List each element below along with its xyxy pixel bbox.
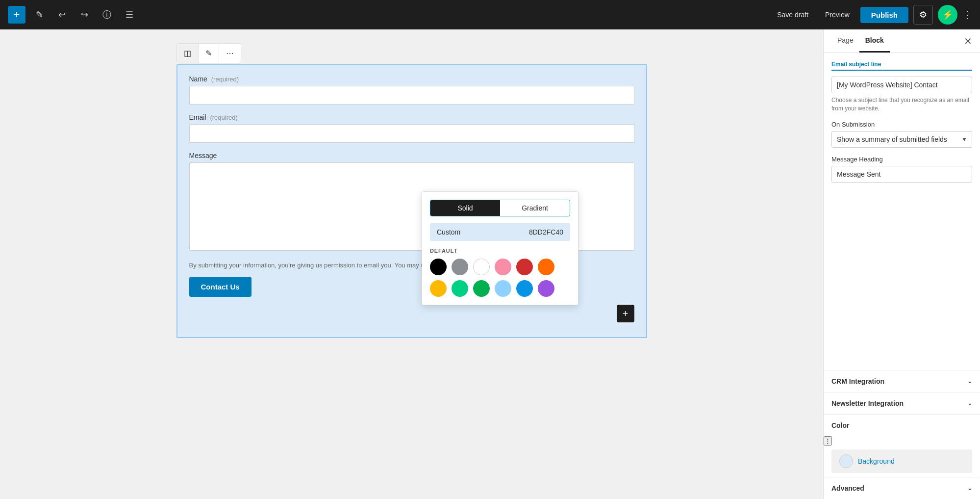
publish-button[interactable]: Publish [860,7,908,23]
swatch-black[interactable] [430,259,447,275]
email-subject-input[interactable] [831,77,972,93]
custom-color-label: Custom [437,228,460,236]
swatch-green[interactable] [473,280,490,297]
on-submission-field: On Submission Show a summary of submitte… [831,121,972,148]
more-options-button[interactable]: ⋮ [962,9,972,21]
color-section: Color ⋮ Background [824,414,980,477]
on-submission-select[interactable]: Show a summary of submitted fieldsRedire… [831,131,972,148]
color-picker-tabs: Solid Gradient [430,200,570,216]
swatch-pink[interactable] [495,259,511,275]
swatch-light-blue[interactable] [495,280,511,297]
swatch-gray[interactable] [452,259,468,275]
message-heading-field: Message Heading [831,156,972,183]
list-view-icon[interactable]: ☰ [121,6,138,24]
swatch-blue[interactable] [516,280,533,297]
undo-icon[interactable]: ↩ [53,6,71,24]
settings-button[interactable]: ⚙ [913,5,933,25]
email-input[interactable] [189,124,634,143]
advanced-chevron-icon: ⌄ [967,485,972,492]
block-more-button[interactable]: ⋯ [219,44,241,63]
swatch-white[interactable] [473,259,490,275]
add-block-button[interactable]: + [8,6,25,24]
color-header[interactable]: Color [824,415,980,436]
name-field: Name (required) [189,75,634,105]
message-label: Message [189,152,634,159]
default-swatches-label: DEFAULT [430,248,570,254]
swatch-yellow[interactable] [430,280,447,297]
tab-block[interactable]: Block [859,29,890,53]
color-picker-popup: Solid Gradient Custom 8DD2FC40 DEFAULT [422,191,578,305]
email-subject-hint: Choose a subject line that you recognize… [831,96,972,113]
info-icon[interactable]: ⓘ [98,6,116,24]
crm-integration-section: CRM Integration ⌄ [824,370,980,392]
name-input[interactable] [189,86,634,105]
color-more-button[interactable]: ⋮ [824,436,832,446]
gradient-tab[interactable]: Gradient [500,200,570,216]
solid-tab[interactable]: Solid [430,200,500,216]
crm-chevron-icon: ⌄ [967,378,972,385]
right-panel: Page Block ✕ Email subject line Choose a… [823,29,980,499]
form-bottom-bar: + [189,305,634,322]
newsletter-integration-section: Newsletter Integration ⌄ [824,392,980,414]
main-layout: ◫ ✎ ⋯ Name (required) Em [0,29,980,499]
block-grid-button[interactable]: ◫ [177,44,199,63]
panel-tabs: Page Block ✕ [824,29,980,53]
newsletter-integration-header[interactable]: Newsletter Integration ⌄ [824,393,980,414]
block-toolbar-wrapper: ◫ ✎ ⋯ [176,43,647,63]
background-swatch [839,454,853,468]
panel-close-button[interactable]: ✕ [964,35,972,47]
toolbar-right: Save draft Preview Publish ⚙ ⚡ ⋮ [771,5,972,25]
edit-pen-icon[interactable]: ✎ [30,6,48,24]
swatch-light-green[interactable] [452,280,468,297]
email-required: (required) [210,114,237,121]
email-subject-field: Choose a subject line that you recognize… [831,77,972,113]
background-label: Background [858,457,895,465]
email-label: Email (required) [189,113,634,121]
swatch-orange[interactable] [538,259,554,275]
custom-color-value: 8DD2FC40 [529,228,563,236]
custom-color-row[interactable]: Custom 8DD2FC40 [430,223,570,241]
toolbar-left: + ✎ ↩ ↪ ⓘ ☰ [8,6,138,24]
add-block-bottom-button[interactable]: + [617,305,634,322]
swatch-red[interactable] [516,259,533,275]
email-field: Email (required) [189,113,634,143]
on-submission-select-wrapper: Show a summary of submitted fieldsRedire… [831,131,972,148]
block-toolbar: ◫ ✎ ⋯ [176,43,241,63]
newsletter-chevron-icon: ⌄ [967,400,972,407]
crm-integration-header[interactable]: CRM Integration ⌄ [824,370,980,392]
on-submission-label: On Submission [831,121,972,128]
name-label: Name (required) [189,75,634,83]
advanced-section: Advanced ⌄ [824,477,980,499]
bolt-button[interactable]: ⚡ [938,5,957,25]
editor-area: ◫ ✎ ⋯ Name (required) Em [0,29,823,499]
background-item[interactable]: Background [831,449,972,473]
message-heading-label: Message Heading [831,156,972,163]
name-required: (required) [211,76,239,83]
email-subject-section-label: Email subject line [831,61,972,71]
save-draft-button[interactable]: Save draft [771,8,814,22]
color-swatches [430,259,570,297]
panel-content: Email subject line Choose a subject line… [824,53,980,370]
main-toolbar: + ✎ ↩ ↪ ⓘ ☰ Save draft Preview Publish ⚙… [0,0,980,29]
message-heading-input[interactable] [831,166,972,183]
block-edit-button[interactable]: ✎ [199,44,219,63]
tab-page[interactable]: Page [831,29,859,53]
preview-button[interactable]: Preview [819,8,855,22]
submit-button[interactable]: Contact Us [189,277,251,297]
swatch-purple[interactable] [538,280,554,297]
redo-icon[interactable]: ↪ [75,6,93,24]
advanced-header[interactable]: Advanced ⌄ [824,477,980,499]
